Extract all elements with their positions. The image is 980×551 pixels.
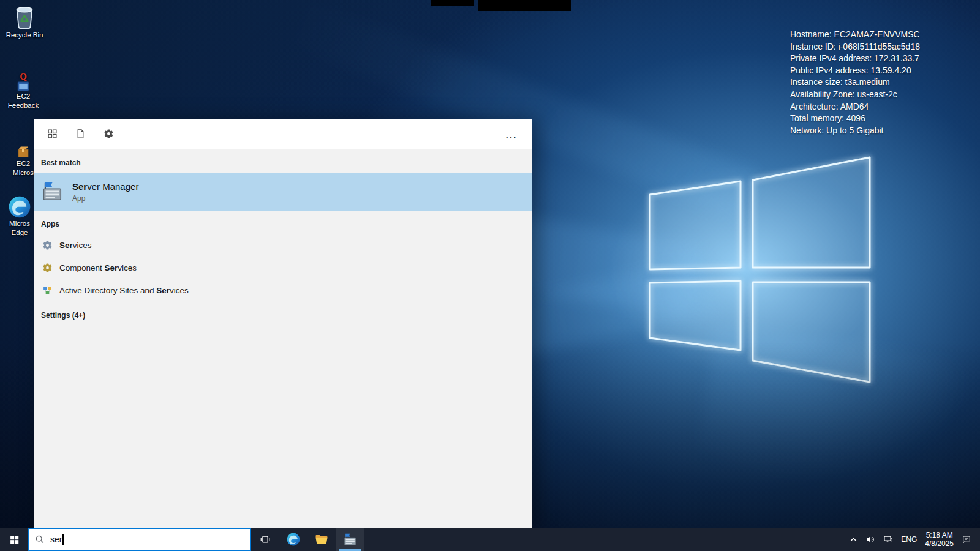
desktop: Hostname: EC2AMAZ-ENVVMSC Instance ID: i… <box>0 0 980 551</box>
task-view-icon <box>260 534 271 545</box>
language-indicator[interactable]: ENG <box>901 535 917 544</box>
best-match-header: Best match <box>34 149 532 173</box>
taskbar: ser <box>0 528 980 551</box>
server-manager-icon <box>40 180 64 203</box>
search-results: Best match Server Manager App Apps Servi… <box>34 149 532 528</box>
info-line: Private IPv4 address: 172.31.33.7 <box>790 53 920 65</box>
start-button[interactable] <box>0 528 28 551</box>
icon-label: Micros <box>13 168 34 178</box>
filter-settings-icon[interactable] <box>94 119 123 149</box>
services-icon <box>42 240 53 250</box>
system-tray: ENG 5:18 AM 4/8/2025 <box>850 528 980 551</box>
icon-label: Edge <box>12 228 28 238</box>
text-caret <box>62 534 64 545</box>
clock-date: 4/8/2025 <box>925 539 954 549</box>
icon-label: Micros <box>9 219 30 228</box>
ec2-package-icon <box>16 144 31 159</box>
taskbar-edge-button[interactable] <box>279 528 307 551</box>
info-line: Network: Up to 5 Gigabit <box>790 125 920 137</box>
ec2-feedback-icon: Q <box>17 72 30 92</box>
component-services-icon <box>42 263 53 273</box>
apps-header: Apps <box>34 211 532 234</box>
info-line: Availability Zone: us-east-2c <box>790 89 920 101</box>
info-line: Total memory: 4096 <box>790 113 920 125</box>
icon-label: EC2 <box>17 159 30 168</box>
edge-icon <box>7 195 32 219</box>
search-text: ser <box>50 534 62 544</box>
icon-label: Recycle Bin <box>6 31 43 40</box>
file-explorer-icon <box>314 532 329 547</box>
best-match-result-server-manager[interactable]: Server Manager App <box>34 173 532 211</box>
info-line: Instance ID: i-068f5111d55ac5d18 <box>790 41 920 53</box>
desktop-icon-recycle-bin[interactable]: Recycle Bin <box>1 4 48 40</box>
server-manager-icon <box>342 532 358 547</box>
taskbar-server-manager-button[interactable] <box>336 528 364 551</box>
q-badge: Q <box>20 72 27 81</box>
search-icon <box>35 534 45 544</box>
icon-label: EC2 <box>17 92 30 101</box>
clock[interactable]: 5:18 AM 4/8/2025 <box>925 531 954 549</box>
icon-label: Feedback <box>8 101 39 110</box>
result-title: Server Manager <box>72 181 138 192</box>
network-icon <box>883 534 893 544</box>
task-view-button[interactable] <box>251 528 279 551</box>
chevron-up-icon <box>850 536 858 544</box>
desktop-icon-ec2-feedback[interactable]: Q EC2 Feedback <box>0 72 47 110</box>
more-options-button[interactable]: … <box>494 119 528 149</box>
result-services[interactable]: Services <box>34 234 532 257</box>
ad-sites-services-icon <box>42 285 53 296</box>
recycle-bin-icon <box>12 4 37 31</box>
volume-button[interactable] <box>865 534 875 544</box>
instance-info-overlay: Hostname: EC2AMAZ-ENVVMSC Instance ID: i… <box>790 29 920 137</box>
info-line: Instance size: t3a.medium <box>790 77 920 89</box>
windows-start-icon <box>9 534 20 545</box>
speaker-icon <box>865 534 875 544</box>
network-button[interactable] <box>883 534 893 544</box>
filter-documents-icon[interactable] <box>66 119 94 149</box>
info-line: Hostname: EC2AMAZ-ENVVMSC <box>790 29 920 41</box>
action-center-button[interactable] <box>962 534 971 544</box>
result-ad-sites-services[interactable]: Active Directory Sites and Services <box>34 279 532 302</box>
result-component-services[interactable]: Component Services <box>34 257 532 279</box>
result-subtitle: App <box>72 194 138 203</box>
search-filter-bar: … <box>34 119 532 149</box>
settings-header[interactable]: Settings (4+) <box>34 302 532 325</box>
info-line: Architecture: AMD64 <box>790 101 920 113</box>
tray-overflow-chevron[interactable] <box>850 536 858 544</box>
action-center-icon <box>962 534 971 544</box>
taskbar-file-explorer-button[interactable] <box>307 528 336 551</box>
search-flyout: … Best match Server Manager App Apps Ser… <box>34 119 532 528</box>
filter-apps-icon[interactable] <box>38 119 66 149</box>
info-line: Public IPv4 address: 13.59.4.20 <box>790 65 920 77</box>
clock-time: 5:18 AM <box>925 531 954 540</box>
rdp-connection-bar[interactable] <box>478 0 571 11</box>
rdp-connection-bar[interactable] <box>431 0 474 6</box>
edge-icon <box>286 532 301 547</box>
taskbar-search-input[interactable]: ser <box>28 528 251 551</box>
